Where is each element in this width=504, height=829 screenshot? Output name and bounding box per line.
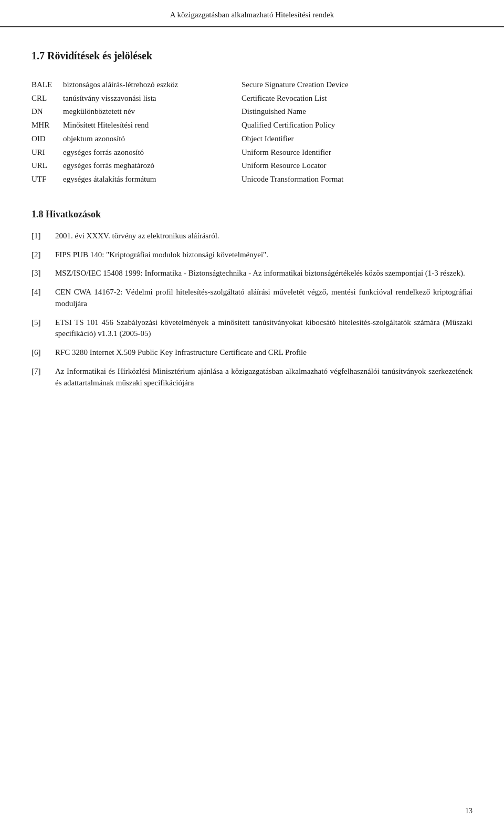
ref-number: [3]	[32, 268, 55, 279]
abbr-hungarian: egységes átalakítás formátum	[63, 173, 242, 186]
list-item: [4] CEN CWA 14167-2: Védelmi profil hite…	[32, 287, 472, 310]
ref-text: MSZ/ISO/IEC 15408 1999: Informatika - Bi…	[55, 268, 472, 279]
ref-text: CEN CWA 14167-2: Védelmi profil hitelesí…	[55, 287, 472, 310]
abbr-code: BALE	[32, 78, 63, 92]
page-number: 13	[465, 806, 472, 816]
header-title: A közigazgatásban alkalmazható Hitelesít…	[170, 11, 334, 19]
abbr-english: Qualified Certification Policy	[242, 119, 472, 132]
ref-text: FIPS PUB 140: "Kriptográfiai modulok biz…	[55, 249, 472, 261]
ref-number: [6]	[32, 347, 55, 359]
abbr-hungarian: egységes forrás azonosító	[63, 146, 242, 160]
list-item: [3] MSZ/ISO/IEC 15408 1999: Informatika …	[32, 268, 472, 279]
list-item: [2] FIPS PUB 140: "Kriptográfiai modulok…	[32, 249, 472, 261]
ref-text: ETSI TS 101 456 Szabályozási követelmény…	[55, 317, 472, 340]
ref-number: [2]	[32, 249, 55, 261]
table-row: URL egységes forrás meghatározó Uniform …	[32, 159, 472, 173]
abbr-english: Object Identifier	[242, 132, 472, 146]
ref-number: [4]	[32, 287, 55, 298]
abbr-code: OID	[32, 132, 63, 146]
abbr-code: UTF	[32, 173, 63, 186]
list-item: [1] 2001. évi XXXV. törvény az elektroni…	[32, 230, 472, 242]
list-item: [7] Az Informatikai és Hírközlési Minisz…	[32, 366, 472, 389]
abbr-english: Distinguished Name	[242, 105, 472, 119]
ref-text: RFC 3280 Internet X.509 Public Key Infra…	[55, 347, 472, 359]
abbr-hungarian: tanúsítvány visszavonási lista	[63, 92, 242, 106]
abbr-code: URI	[32, 146, 63, 160]
abbr-english: Unicode Transformation Format	[242, 173, 472, 186]
abbr-code: DN	[32, 105, 63, 119]
abbr-hungarian: biztonságos aláírás-létrehozó eszköz	[63, 78, 242, 92]
abbr-code: MHR	[32, 119, 63, 132]
table-row: CRL tanúsítvány visszavonási lista Certi…	[32, 92, 472, 106]
abbr-code: URL	[32, 159, 63, 173]
page-header: A közigazgatásban alkalmazható Hitelesít…	[0, 0, 504, 27]
abbr-hungarian: megkülönböztetett név	[63, 105, 242, 119]
abbr-english: Secure Signature Creation Device	[242, 78, 472, 92]
abbr-hungarian: Minősített Hitelesítési rend	[63, 119, 242, 132]
references-list: [1] 2001. évi XXXV. törvény az elektroni…	[32, 230, 472, 389]
abbr-english: Certificate Revocation List	[242, 92, 472, 106]
ref-text: Az Informatikai és Hírközlési Minisztéri…	[55, 366, 472, 389]
table-row: DN megkülönböztetett név Distinguished N…	[32, 105, 472, 119]
table-row: OID objektum azonosító Object Identifier	[32, 132, 472, 146]
references-section-title: 1.8 Hivatkozások	[32, 207, 472, 221]
abbr-hungarian: egységes forrás meghatározó	[63, 159, 242, 173]
ref-number: [1]	[32, 230, 55, 242]
abbr-english: Uniform Resource Locator	[242, 159, 472, 173]
section-title: 1.7 Rövidítések és jelölések	[32, 48, 472, 64]
abbreviations-table: BALE biztonságos aláírás-létrehozó eszkö…	[32, 78, 472, 186]
list-item: [6] RFC 3280 Internet X.509 Public Key I…	[32, 347, 472, 359]
table-row: MHR Minősített Hitelesítési rend Qualifi…	[32, 119, 472, 132]
list-item: [5] ETSI TS 101 456 Szabályozási követel…	[32, 317, 472, 340]
ref-number: [5]	[32, 317, 55, 329]
abbr-english: Uniform Resource Identifier	[242, 146, 472, 160]
ref-number: [7]	[32, 366, 55, 377]
table-row: URI egységes forrás azonosító Uniform Re…	[32, 146, 472, 160]
abbr-hungarian: objektum azonosító	[63, 132, 242, 146]
table-row: BALE biztonságos aláírás-létrehozó eszkö…	[32, 78, 472, 92]
ref-text: 2001. évi XXXV. törvény az elektronikus …	[55, 230, 472, 242]
table-row: UTF egységes átalakítás formátum Unicode…	[32, 173, 472, 186]
abbr-code: CRL	[32, 92, 63, 106]
